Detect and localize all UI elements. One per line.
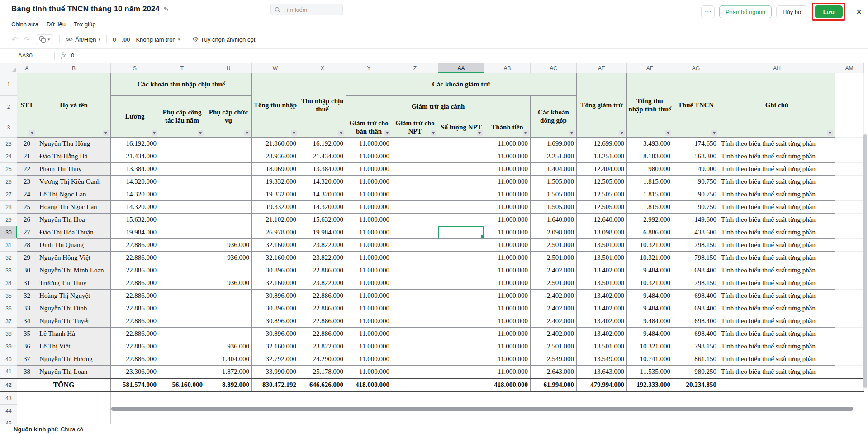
column-header-B[interactable]: B xyxy=(37,63,111,73)
cancel-button[interactable]: Hủy bỏ xyxy=(776,5,807,18)
column-header-AM[interactable]: AM xyxy=(835,63,864,73)
cell-name[interactable]: Lê Thị Ngọc Lan xyxy=(37,188,111,201)
filter-icon[interactable] xyxy=(569,130,575,136)
header-income-group[interactable]: Các khoản thu nhập chịu thuế xyxy=(111,73,252,96)
cell[interactable]: 90.750 xyxy=(673,188,719,201)
cell[interactable] xyxy=(159,264,205,277)
filter-icon[interactable] xyxy=(198,130,204,136)
cell[interactable]: 22.886.000 xyxy=(111,340,159,353)
filter-icon[interactable] xyxy=(477,130,483,136)
cell[interactable]: 2.402.000 xyxy=(531,315,577,328)
cell[interactable]: 19.332.000 xyxy=(252,188,299,201)
row-header-39[interactable]: 39 xyxy=(0,340,17,353)
cell[interactable]: 11.000.000 xyxy=(346,302,392,315)
total-cell[interactable]: 20.234.850 xyxy=(673,378,719,392)
cell[interactable] xyxy=(159,163,205,176)
cell[interactable] xyxy=(37,392,111,405)
cell[interactable] xyxy=(438,290,484,302)
cell[interactable]: 980.000 xyxy=(627,163,673,176)
cell[interactable]: 9.484.000 xyxy=(627,290,673,302)
cell[interactable] xyxy=(17,392,37,405)
cell[interactable] xyxy=(392,188,438,201)
cell[interactable]: 13.098.000 xyxy=(577,226,627,239)
total-cell[interactable] xyxy=(438,378,484,392)
cell[interactable]: 936.000 xyxy=(205,239,252,252)
cell[interactable] xyxy=(159,277,205,290)
cell[interactable] xyxy=(159,353,205,366)
row-header-37[interactable]: 37 xyxy=(0,315,17,328)
cell[interactable] xyxy=(392,201,438,214)
filter-icon[interactable] xyxy=(152,130,157,136)
cell[interactable]: 11.000.000 xyxy=(484,188,531,201)
cell[interactable] xyxy=(392,163,438,176)
row-header-34[interactable]: 34 xyxy=(0,277,17,290)
cell[interactable]: 11.000.000 xyxy=(484,302,531,315)
total-cell[interactable]: 56.160.000 xyxy=(159,378,205,392)
filter-icon[interactable] xyxy=(384,130,390,136)
cell[interactable]: 438.600 xyxy=(673,226,719,239)
cell[interactable]: 11.000.000 xyxy=(484,290,531,302)
cell[interactable]: 90.750 xyxy=(673,201,719,214)
cell[interactable]: 13.402.000 xyxy=(577,302,627,315)
cell-note[interactable]: Tính theo biểu thuế suất từng phần xyxy=(719,150,835,163)
cell[interactable] xyxy=(438,340,484,353)
cell[interactable]: 11.000.000 xyxy=(484,353,531,366)
copy-format-button[interactable]: ▾ xyxy=(36,34,54,44)
cell[interactable]: 11.000.000 xyxy=(484,176,531,188)
total-cell[interactable]: 8.892.000 xyxy=(205,378,252,392)
cell[interactable]: 1.815.000 xyxy=(627,176,673,188)
cell[interactable]: 698.400 xyxy=(673,264,719,277)
cell[interactable]: 30.896.000 xyxy=(252,290,299,302)
cell[interactable]: 30.896.000 xyxy=(252,264,299,277)
cell[interactable]: 9.484.000 xyxy=(627,328,673,340)
cell[interactable] xyxy=(205,290,252,302)
cell[interactable]: 11.000.000 xyxy=(346,264,392,277)
total-cell[interactable]: 581.574.000 xyxy=(111,378,159,392)
cell-blank[interactable] xyxy=(835,226,864,239)
cell[interactable]: 2.501.000 xyxy=(531,340,577,353)
cell-blank[interactable] xyxy=(835,201,864,214)
cell[interactable]: 2.992.000 xyxy=(627,214,673,226)
allocate-source-button[interactable]: Phân bổ nguồn xyxy=(719,5,772,18)
row-header-44[interactable]: 44 xyxy=(0,405,17,417)
cell-note[interactable]: Tính theo biểu thuế suất từng phần xyxy=(719,138,835,150)
filter-icon[interactable] xyxy=(338,130,344,136)
total-cell[interactable]: 418.000.000 xyxy=(346,378,392,392)
cell[interactable] xyxy=(438,176,484,188)
cell[interactable] xyxy=(392,176,438,188)
cell[interactable] xyxy=(205,150,252,163)
search-input[interactable]: Tìm kiếm xyxy=(270,4,343,15)
cell-reference-box[interactable]: AA30 xyxy=(0,52,54,59)
row-header-25[interactable]: 25 xyxy=(0,163,17,176)
cell[interactable]: 11.000.000 xyxy=(484,315,531,328)
cell[interactable] xyxy=(205,226,252,239)
menu-edit[interactable]: Chỉnh sửa xyxy=(11,21,38,28)
cell[interactable] xyxy=(392,239,438,252)
menu-help[interactable]: Trợ giúp xyxy=(74,21,96,28)
cell[interactable]: 22.886.000 xyxy=(299,302,346,315)
filter-icon[interactable] xyxy=(619,130,625,136)
cell-name[interactable]: Nguyễn Thị Minh Loan xyxy=(37,264,111,277)
cell[interactable] xyxy=(392,290,438,302)
header-dependent-deduction[interactable]: Giảm trừ cho NPT xyxy=(392,118,438,138)
cell[interactable] xyxy=(159,226,205,239)
filter-icon[interactable] xyxy=(244,130,250,136)
cell-stt[interactable]: 35 xyxy=(17,328,37,340)
cell-stt[interactable]: 33 xyxy=(17,302,37,315)
hide-show-button[interactable]: Ẩn/Hiện ▾ xyxy=(66,36,100,43)
increase-decimal-button[interactable]: .00 xyxy=(122,36,130,43)
cell[interactable] xyxy=(159,366,205,378)
row-header-38[interactable]: 38 xyxy=(0,328,17,340)
cell-blank[interactable] xyxy=(835,239,864,252)
cell[interactable]: 1.505.000 xyxy=(531,201,577,214)
total-cell[interactable]: 418.000.000 xyxy=(484,378,531,392)
cell-stt[interactable]: 21 xyxy=(17,150,37,163)
cell[interactable]: 32.160.000 xyxy=(252,340,299,353)
cell[interactable]: 11.000.000 xyxy=(346,188,392,201)
row-header-32[interactable]: 32 xyxy=(0,252,17,264)
cell[interactable]: 11.000.000 xyxy=(484,163,531,176)
cell[interactable]: 22.886.000 xyxy=(299,315,346,328)
column-header-T[interactable]: T xyxy=(159,63,205,73)
cell-stt[interactable]: 31 xyxy=(17,277,37,290)
cell[interactable] xyxy=(159,328,205,340)
